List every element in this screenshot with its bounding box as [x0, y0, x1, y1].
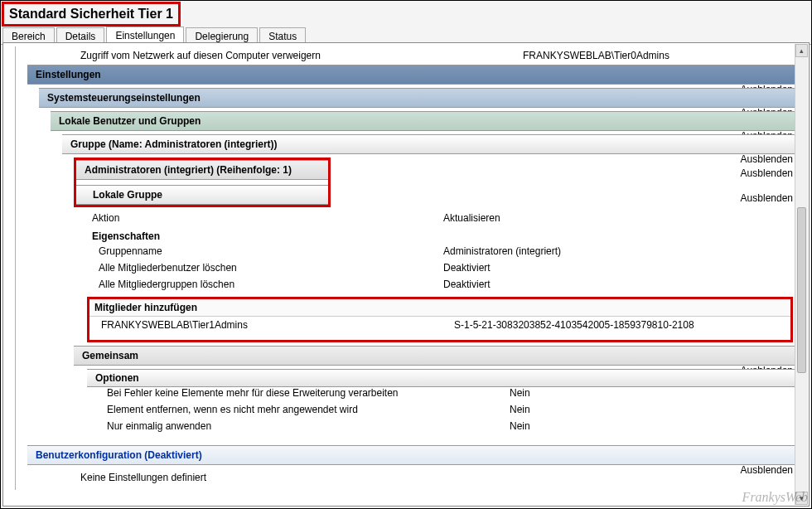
- deny-network-access-label: Zugriff vom Netzwerk auf diesen Computer…: [75, 50, 523, 61]
- property-label: Alle Mitgliederbenutzer löschen: [87, 262, 443, 279]
- scroll-up-button[interactable]: ▴: [795, 44, 808, 57]
- section-lokale-benutzer-label: Lokale Benutzer und Gruppen: [59, 115, 201, 127]
- hide-link[interactable]: Ausblenden: [741, 153, 793, 165]
- option-value: Nein: [510, 420, 793, 437]
- section-admins-integriert-label: Administratoren (integriert) (Reihenfolg…: [85, 164, 292, 176]
- option-label: Bei Fehler keine Elemente mehr für diese…: [95, 387, 510, 404]
- deny-network-access-value: FRANKYSWEBLAB\Tier0Admins: [523, 50, 793, 61]
- member-row: FRANKYSWEBLAB\Tier1Admins S-1-5-21-30832…: [89, 317, 790, 333]
- section-lokale-benutzer: Lokale Benutzer und Gruppen: [51, 111, 798, 131]
- property-value: Deaktiviert: [443, 279, 793, 295]
- option-label: Element entfernen, wenn es nicht mehr an…: [95, 404, 510, 420]
- section-einstellungen: Einstellungen: [27, 65, 798, 85]
- vertical-scrollbar[interactable]: ▴ ▾: [795, 44, 808, 505]
- members-add-title: Mitglieder hinzufügen: [89, 299, 790, 317]
- hide-link[interactable]: Ausblenden: [741, 167, 793, 179]
- scroll-thumb[interactable]: [797, 207, 806, 373]
- watermark: FrankysWeb: [742, 490, 808, 505]
- property-row: Alle Mitgliedergruppen löschen Deaktivie…: [87, 279, 793, 295]
- option-label: Nur einmalig anwenden: [95, 420, 510, 437]
- highlighted-group-box: Administratoren (integriert) (Reihenfolg…: [74, 158, 331, 207]
- property-row: Alle Mitgliederbenutzer löschen Deaktivi…: [87, 262, 793, 279]
- section-optionen: Optionen: [87, 369, 798, 387]
- property-value: Deaktiviert: [443, 262, 793, 279]
- option-value: Nein: [510, 387, 793, 404]
- member-name: FRANKYSWEBLAB\Tier1Admins: [89, 319, 454, 331]
- section-benutzerkonfig-label: Benutzerkonfiguration (Deaktiviert): [36, 449, 202, 461]
- deny-network-access-row: Zugriff vom Netzwerk auf diesen Computer…: [75, 46, 793, 65]
- settings-content: Zugriff vom Netzwerk auf diesen Computer…: [2, 42, 810, 507]
- section-gruppe: Gruppe (Name: Administratoren (integrier…: [62, 134, 798, 154]
- section-lokale-gruppe: Lokale Gruppe: [76, 185, 328, 205]
- option-value: Nein: [510, 404, 793, 420]
- section-systemsteuerung: Systemsteuerungseinstellungen: [39, 88, 798, 108]
- no-settings-row: Keine Einstellungen definiert: [75, 468, 793, 487]
- action-row: Aktion Aktualisieren: [87, 209, 793, 227]
- window-title: Standard Sicherheit Tier 1: [2, 2, 181, 27]
- option-row: Element entfernen, wenn es nicht mehr an…: [95, 404, 793, 420]
- scroll-track[interactable]: [795, 58, 808, 491]
- option-row: Nur einmalig anwenden Nein: [95, 420, 793, 437]
- property-label: Alle Mitgliedergruppen löschen: [87, 279, 443, 295]
- section-lokale-gruppe-label: Lokale Gruppe: [93, 189, 162, 201]
- hide-link[interactable]: Ausblenden: [741, 192, 793, 204]
- property-value: Administratoren (integriert): [443, 245, 793, 262]
- section-systemsteuerung-label: Systemsteuerungseinstellungen: [47, 92, 201, 104]
- action-value: Aktualisieren: [443, 212, 793, 224]
- hide-link[interactable]: Ausblenden: [741, 464, 793, 476]
- section-optionen-label: Optionen: [95, 372, 139, 384]
- gpo-settings-window: Standard Sicherheit Tier 1 Bereich Detai…: [0, 0, 812, 509]
- member-sid: S-1-5-21-3083203852-4103542005-185937981…: [454, 319, 790, 331]
- section-benutzerkonfig: Benutzerkonfiguration (Deaktiviert): [27, 445, 798, 465]
- section-gruppe-label: Gruppe (Name: Administratoren (integrier…: [70, 138, 278, 150]
- action-label: Aktion: [87, 212, 443, 224]
- section-gemeinsam-label: Gemeinsam: [82, 350, 138, 361]
- section-admins-integriert: Administratoren (integriert) (Reihenfolg…: [76, 160, 328, 180]
- section-gemeinsam: Gemeinsam: [74, 346, 798, 366]
- property-row: Gruppenname Administratoren (integriert): [87, 245, 793, 262]
- properties-heading: Eigenschaften: [87, 227, 793, 245]
- properties-heading-label: Eigenschaften: [87, 230, 443, 242]
- members-add-section: Mitglieder hinzufügen FRANKYSWEBLAB\Tier…: [87, 297, 793, 342]
- section-einstellungen-label: Einstellungen: [36, 69, 101, 80]
- property-label: Gruppenname: [87, 245, 443, 262]
- no-settings-label: Keine Einstellungen definiert: [75, 472, 432, 483]
- option-row: Bei Fehler keine Elemente mehr für diese…: [95, 387, 793, 404]
